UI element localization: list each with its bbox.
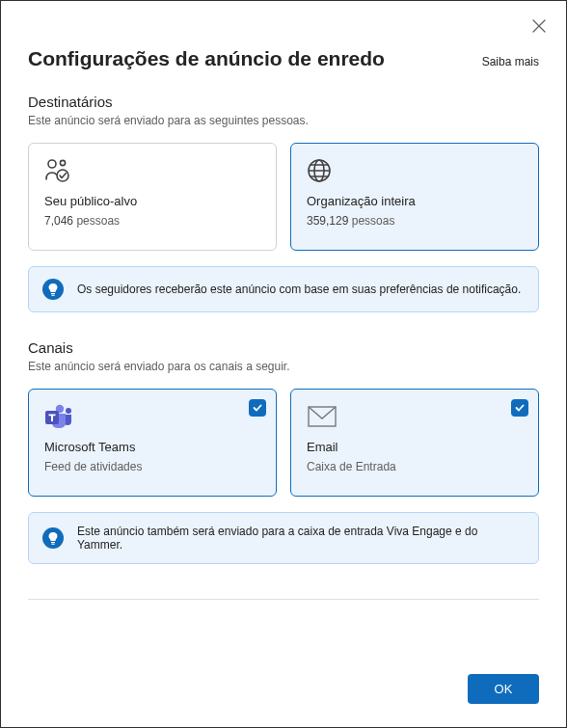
channels-info-banner: Este anúncio também será enviado para a … bbox=[28, 512, 539, 564]
channel-option-sub: Feed de atividades bbox=[44, 460, 260, 473]
recipients-info-banner: Os seguidores receberão este anúncio com… bbox=[28, 266, 539, 312]
recipients-section: Destinatários Este anúncio será enviado … bbox=[28, 94, 539, 339]
close-icon bbox=[532, 19, 546, 33]
checkbox-checked-icon bbox=[249, 399, 266, 417]
dialog-title: Configurações de anúncio de enredo bbox=[28, 47, 385, 70]
recipient-option-entire-org[interactable]: Organização inteira 359,129 pessoas bbox=[290, 143, 539, 251]
close-button[interactable] bbox=[526, 13, 553, 40]
recipient-option-label: Organização inteira bbox=[307, 194, 523, 208]
mail-icon bbox=[307, 403, 523, 430]
svg-rect-12 bbox=[51, 544, 54, 545]
svg-point-0 bbox=[48, 160, 56, 168]
lightbulb-icon bbox=[42, 279, 64, 300]
svg-point-1 bbox=[60, 160, 65, 165]
recipients-description: Este anúncio será enviado para as seguin… bbox=[28, 114, 539, 127]
recipients-info-text: Os seguidores receberão este anúncio com… bbox=[77, 283, 521, 296]
footer-divider bbox=[28, 599, 539, 600]
svg-rect-11 bbox=[51, 542, 55, 543]
checkbox-checked-icon bbox=[511, 399, 528, 417]
svg-rect-5 bbox=[51, 293, 55, 294]
svg-rect-6 bbox=[51, 295, 54, 296]
dialog-footer: OK bbox=[28, 674, 539, 708]
channel-option-email[interactable]: Email Caixa de Entrada bbox=[290, 389, 539, 497]
recipients-options: Seu público-alvo 7,046 pessoas Organizaç… bbox=[28, 143, 539, 251]
people-check-icon bbox=[44, 157, 260, 184]
channel-option-sub: Caixa de Entrada bbox=[307, 460, 523, 473]
svg-point-8 bbox=[66, 408, 71, 414]
dialog-header: Configurações de anúncio de enredo Saiba… bbox=[28, 47, 539, 70]
svg-point-2 bbox=[57, 170, 68, 181]
channel-option-label: Email bbox=[307, 440, 523, 454]
channels-description: Este anúncio será enviado para os canais… bbox=[28, 360, 539, 373]
recipient-option-count: 359,129 pessoas bbox=[307, 214, 523, 228]
teams-icon bbox=[44, 403, 260, 430]
recipient-option-label: Seu público-alvo bbox=[44, 194, 260, 208]
recipients-title: Destinatários bbox=[28, 94, 539, 110]
channels-section: Canais Este anúncio será enviado para os… bbox=[28, 339, 539, 591]
channel-option-teams[interactable]: Microsoft Teams Feed de atividades bbox=[28, 389, 277, 497]
announcement-settings-dialog: Configurações de anúncio de enredo Saiba… bbox=[1, 1, 566, 727]
recipient-option-count: 7,046 pessoas bbox=[44, 214, 260, 228]
learn-more-link[interactable]: Saiba mais bbox=[482, 55, 539, 68]
lightbulb-icon bbox=[42, 527, 64, 549]
channels-info-text: Este anúncio também será enviado para a … bbox=[77, 525, 525, 552]
channels-title: Canais bbox=[28, 339, 539, 356]
recipient-option-target-audience[interactable]: Seu público-alvo 7,046 pessoas bbox=[28, 143, 277, 251]
channel-option-label: Microsoft Teams bbox=[44, 440, 260, 454]
ok-button[interactable]: OK bbox=[468, 674, 539, 704]
channels-options: Microsoft Teams Feed de atividades Email… bbox=[28, 389, 539, 497]
globe-icon bbox=[307, 157, 523, 184]
